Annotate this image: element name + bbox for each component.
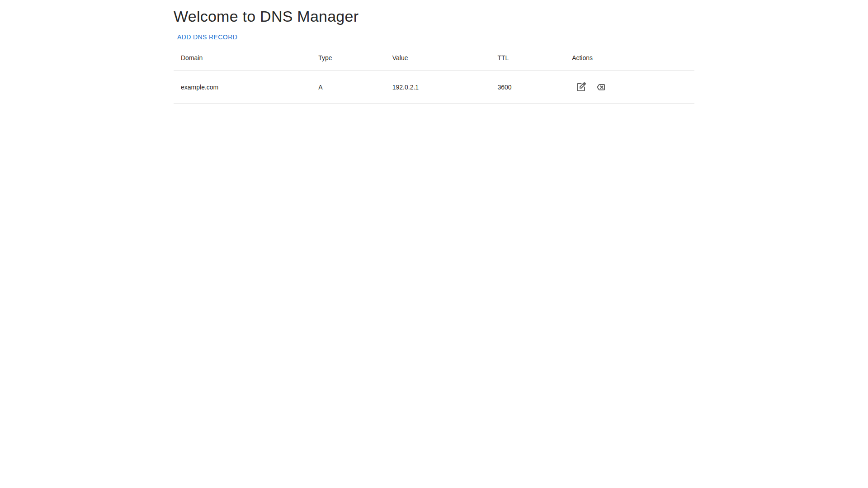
table-header: Domain Type Value TTL Actions: [174, 45, 694, 71]
column-header-ttl: TTL: [490, 45, 565, 71]
backspace-icon: [595, 82, 606, 93]
cell-value: 192.0.2.1: [385, 70, 491, 103]
cell-domain: example.com: [174, 70, 311, 103]
cell-ttl: 3600: [490, 70, 565, 103]
delete-record-button[interactable]: [592, 78, 610, 96]
column-header-actions: Actions: [565, 45, 694, 71]
cell-actions: [565, 70, 694, 103]
edit-record-button[interactable]: [572, 78, 590, 96]
table-body: example.com A 192.0.2.1 3600: [174, 70, 694, 103]
column-header-domain: Domain: [174, 45, 311, 71]
page-title: Welcome to DNS Manager: [174, 7, 694, 26]
main-content: Welcome to DNS Manager ADD DNS RECORD Do…: [163, 0, 705, 104]
table-row: example.com A 192.0.2.1 3600: [174, 70, 694, 103]
column-header-type: Type: [311, 45, 385, 71]
column-header-value: Value: [385, 45, 491, 71]
table-header-row: Domain Type Value TTL Actions: [174, 45, 694, 71]
edit-square-icon: [576, 82, 586, 93]
add-dns-record-button[interactable]: ADD DNS RECORD: [174, 29, 241, 45]
dns-records-table: Domain Type Value TTL Actions example.co…: [174, 45, 694, 104]
cell-type: A: [311, 70, 385, 103]
